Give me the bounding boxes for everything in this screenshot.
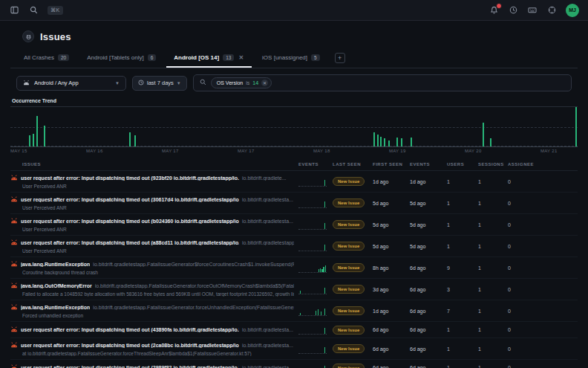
notifications-bell-icon[interactable] [489, 5, 499, 16]
new-issue-badge: New Issue [333, 220, 365, 229]
gridline [10, 127, 578, 128]
column-header-events[interactable]: EVENTS [298, 162, 328, 167]
new-issue-badge: New Issue [333, 285, 365, 294]
chart-bar [129, 132, 131, 146]
chip-operator: is [246, 80, 249, 85]
events-count-cell: 1 [447, 244, 474, 249]
table-row[interactable]: user request after error: Input dispatch… [10, 193, 578, 214]
new-issue-badge: New Issue [333, 364, 365, 368]
notification-badge [496, 3, 502, 9]
table-row[interactable]: java.lang.OutOfMemoryErrorio.bitdrift.gr… [10, 279, 578, 300]
tab-label: All Crashes [24, 54, 54, 61]
sessions-count-cell: 0 [508, 365, 539, 368]
last-seen-cell: 3d ago [373, 287, 405, 292]
status-cell: New Issue [333, 242, 368, 251]
new-issue-badge: New Issue [333, 242, 365, 251]
add-view-button[interactable]: + [335, 53, 345, 63]
issue-title-line: java.lang.RuntimeExceptionio.bitdrift.gr… [10, 303, 294, 311]
sparkline-bar [324, 245, 326, 251]
table-row[interactable]: user request after error: Input dispatch… [10, 171, 578, 193]
filter-chip-os-version[interactable]: OS Version is 14 ✕ [211, 77, 272, 88]
issue-location: io.bitdrift.gradletesta... [242, 327, 294, 332]
table-row[interactable]: user request after error: Input dispatch… [10, 214, 578, 236]
android-crash-icon [10, 260, 18, 268]
sparkline-bar [318, 309, 319, 314]
issue-subtitle: Failed to allocate a 1048592 byte alloca… [10, 291, 294, 297]
history-clock-icon[interactable] [508, 5, 518, 16]
page-title: Issues [40, 31, 71, 42]
table-row[interactable]: user request after error: Input dispatch… [10, 236, 578, 257]
table-row[interactable]: user request after error: Input dispatch… [10, 338, 578, 360]
tab-ios-unassigned[interactable]: iOS [unassigned]5 [255, 51, 327, 68]
issue-title-cell: java.lang.RuntimeExceptionio.bitdrift.gr… [10, 303, 294, 318]
x-axis-tick-label: MAY 16 [86, 149, 103, 153]
events-sparkline [298, 242, 327, 251]
column-header-assignee[interactable]: ASSIGNEE [508, 162, 539, 167]
chart-bar [377, 135, 379, 146]
issue-title: java.lang.RuntimeException [21, 305, 90, 310]
user-avatar[interactable]: MJ [566, 4, 579, 17]
chip-remove-icon[interactable]: ✕ [261, 80, 268, 86]
table-row[interactable]: user request after error: Input dispatch… [10, 360, 578, 368]
sparkline-bar [325, 265, 327, 271]
issue-subtitle: Forced unhandled exception [10, 313, 294, 318]
sessions-count-cell: 0 [508, 327, 539, 332]
column-header-events[interactable]: EVENTS [410, 162, 442, 167]
issue-title-cell: java.lang.OutOfMemoryErrorio.bitdrift.gr… [10, 282, 294, 297]
events-count-cell: 1 [447, 327, 474, 332]
tab-android-os-14[interactable]: Android [OS 14]13✕ [166, 51, 252, 68]
sparkline-bar [324, 347, 326, 353]
search-icon[interactable] [28, 5, 39, 16]
tab-android-tablets-only[interactable]: Android [Tablets only]6 [79, 51, 163, 68]
filter-search-input[interactable]: OS Version is 14 ✕ [193, 74, 572, 91]
column-header-last-seen[interactable]: LAST SEEN [333, 162, 368, 167]
app-selector-dropdown[interactable]: Android / Any App ▼ [16, 76, 126, 91]
events-sparkline [298, 306, 327, 316]
issue-title-cell: java.lang.RuntimeExceptionio.bitdrift.gr… [10, 260, 294, 275]
first-seen-cell: 6d ago [410, 346, 442, 352]
issue-title-line: user request after error: Input dispatch… [10, 174, 294, 182]
sparkline-bar [300, 313, 301, 315]
new-issue-badge: New Issue [333, 263, 365, 272]
chart-bar [33, 134, 34, 146]
sparkline-bar [300, 291, 301, 294]
help-icon[interactable] [546, 5, 557, 16]
issue-view-tabs: All Crashes20Android [Tablets only]6Andr… [10, 51, 578, 68]
time-range-dropdown[interactable]: last 7 days ▼ [132, 76, 187, 91]
x-axis-tick-label: MAY 17 [238, 149, 255, 153]
chart-plot-area [10, 106, 578, 146]
issue-subtitle: User Perceived ANR [10, 184, 294, 189]
users-count-cell: 1 [478, 309, 503, 314]
tab-close-icon[interactable]: ✕ [238, 54, 244, 61]
column-header-sessions[interactable]: SESSIONS [478, 162, 503, 167]
chart-bar [384, 138, 385, 146]
column-header-users[interactable]: USERS [447, 162, 474, 167]
users-count-cell: 1 [478, 265, 503, 271]
android-icon [23, 80, 30, 87]
issue-title: user request after error: Input dispatch… [21, 240, 239, 245]
sessions-count-cell: 0 [508, 265, 539, 271]
tab-all-crashes[interactable]: All Crashes20 [16, 51, 76, 68]
chart-bar [575, 107, 577, 146]
keyboard-icon[interactable] [527, 5, 538, 16]
chart-bar [401, 138, 402, 146]
chip-field: OS Version [217, 80, 243, 85]
table-row[interactable]: user request after error: Input dispatch… [10, 322, 578, 338]
chart-title: Occurrence Trend [12, 98, 578, 103]
new-issue-badge: New Issue [333, 198, 365, 207]
column-header-first-seen[interactable]: FIRST SEEN [373, 162, 405, 167]
sidebar-toggle-icon[interactable] [9, 5, 19, 16]
issue-title: java.lang.RuntimeException [21, 262, 90, 267]
table-row[interactable]: java.lang.RuntimeExceptionio.bitdrift.gr… [10, 300, 578, 322]
table-row[interactable]: java.lang.RuntimeExceptionio.bitdrift.gr… [10, 257, 578, 279]
column-header-issues[interactable]: ISSUES [10, 162, 294, 167]
sparkline-bar [324, 180, 326, 186]
issue-subtitle: User Perceived ANR [10, 227, 294, 232]
issue-title: user request after error: Input dispatch… [21, 343, 239, 348]
filter-bar: Android / Any App ▼ last 7 days ▼ OS Ver… [16, 74, 572, 91]
new-issue-badge: New Issue [333, 177, 365, 186]
x-axis-tick-label: MAY 18 [313, 149, 330, 153]
issue-title-cell: user request after error: Input dispatch… [10, 341, 294, 356]
first-seen-cell: 6d ago [410, 287, 442, 292]
sessions-count-cell: 0 [508, 287, 539, 292]
